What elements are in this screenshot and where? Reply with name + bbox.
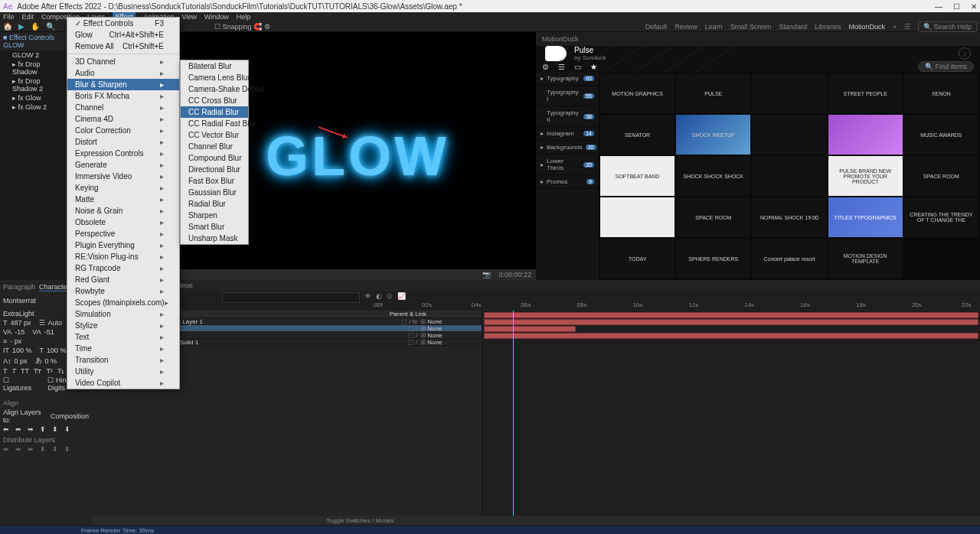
tree-item[interactable]: ▸ fx Glow bbox=[0, 93, 68, 103]
template-thumb[interactable]: XENON bbox=[904, 73, 978, 113]
template-thumb[interactable]: MOTION DESIGN TEMPLATE bbox=[828, 239, 903, 278]
mi-plugin-everything[interactable]: Plugin Everything▸ bbox=[67, 239, 179, 251]
align-target-dropdown[interactable]: Composition bbox=[51, 412, 89, 420]
template-thumb[interactable] bbox=[752, 156, 826, 196]
hand-tool-icon[interactable]: ✋ bbox=[31, 22, 40, 31]
align-top-icon[interactable]: ⬆ bbox=[40, 425, 46, 433]
menu-help[interactable]: Help bbox=[237, 13, 251, 21]
mi-cc-cross[interactable]: CC Cross Blur bbox=[181, 95, 248, 106]
find-items-input[interactable]: 🔍 Find items bbox=[918, 61, 974, 72]
minimize-button[interactable]: — bbox=[935, 2, 942, 11]
mi-channel-blur[interactable]: Channel Blur bbox=[181, 141, 248, 152]
mi-immersive[interactable]: Immersive Video▸ bbox=[67, 171, 179, 182]
mi-camera-lens[interactable]: Camera Lens Blur bbox=[181, 72, 248, 83]
zoom-tool-icon[interactable]: 🔍 bbox=[46, 22, 55, 31]
workspace-panel-icon[interactable]: ☰ bbox=[904, 23, 910, 31]
template-thumb[interactable]: TITLES TYPOGRAPHICS bbox=[828, 197, 903, 237]
subscript-button[interactable]: T₁ bbox=[57, 367, 65, 375]
mi-gaussian[interactable]: Gaussian Blur bbox=[181, 187, 248, 198]
mi-fastbox[interactable]: Fast Box Blur bbox=[181, 175, 248, 187]
track-area[interactable] bbox=[482, 311, 980, 516]
font-style-dropdown[interactable]: ExtraLight bbox=[3, 310, 34, 317]
template-thumb[interactable]: MUSIC AWARDS bbox=[904, 115, 978, 155]
workspace-learn[interactable]: Learn bbox=[705, 23, 723, 31]
home-icon[interactable]: 🏠 bbox=[3, 22, 12, 31]
mi-utility[interactable]: Utility▸ bbox=[67, 366, 179, 377]
template-thumb[interactable]: SPACE ROOM bbox=[676, 197, 750, 237]
menu-view[interactable]: View bbox=[181, 13, 196, 21]
mi-perspective[interactable]: Perspective▸ bbox=[67, 228, 179, 239]
mi-3d-channel[interactable]: 3D Channel▸ bbox=[67, 56, 179, 67]
layer-search-input[interactable] bbox=[222, 292, 360, 303]
mi-camera-shake[interactable]: Camera-Shake Deblur bbox=[181, 83, 248, 95]
snapping-toggle[interactable]: ☐ Snapping 🧲 ⚙ bbox=[214, 23, 270, 31]
motionduck-tab[interactable]: MotionDuck bbox=[536, 32, 980, 46]
workspace-motionduck[interactable]: MotionDuck bbox=[848, 23, 885, 31]
template-thumb[interactable]: CREATING THE TRENDY OF T CHANGE THE bbox=[904, 197, 978, 237]
mi-blur-sharpen[interactable]: Blur & Sharpen▸ bbox=[67, 79, 179, 90]
align-bottom-icon[interactable]: ⬇ bbox=[64, 425, 70, 433]
workspace-default[interactable]: Default bbox=[645, 23, 668, 31]
italic-button[interactable]: T bbox=[12, 367, 17, 375]
tree-item[interactable]: GLOW 2 bbox=[0, 50, 68, 60]
baseline-input[interactable]: 0 px bbox=[15, 357, 28, 365]
tree-item[interactable]: ▸ fx Drop Shadow bbox=[0, 60, 68, 77]
template-thumb[interactable]: SHOCK SHOCK SHOCK bbox=[676, 156, 750, 196]
layer-bar[interactable] bbox=[484, 326, 576, 332]
mi-cc-radial-fast[interactable]: CC Radial Fast Blur bbox=[181, 118, 248, 129]
mi-noise-grain[interactable]: Noise & Grain▸ bbox=[67, 205, 179, 217]
mi-simulation[interactable]: Simulation▸ bbox=[67, 308, 179, 320]
mi-stylize[interactable]: Stylize▸ bbox=[67, 320, 179, 331]
template-thumb[interactable]: SHOCK MEETUP bbox=[676, 115, 750, 155]
camera-icon[interactable]: 📷 bbox=[482, 271, 491, 278]
smallcaps-button[interactable]: Tᴛ bbox=[34, 367, 42, 375]
workspace-review[interactable]: Review bbox=[675, 23, 697, 31]
close-button[interactable]: ✕ bbox=[971, 2, 977, 11]
mi-channel[interactable]: Channel▸ bbox=[67, 102, 179, 113]
mi-radial[interactable]: Radial Blur bbox=[181, 198, 248, 210]
mi-distort[interactable]: Distort▸ bbox=[67, 136, 179, 148]
bold-button[interactable]: T bbox=[3, 367, 8, 375]
mi-text[interactable]: Text▸ bbox=[67, 331, 179, 343]
kerning-input[interactable]: -15 bbox=[15, 328, 24, 336]
download-icon[interactable]: ↓ bbox=[959, 47, 971, 60]
mi-matte[interactable]: Matte▸ bbox=[67, 194, 179, 205]
template-thumb[interactable]: PULSE bbox=[676, 73, 750, 113]
template-thumb[interactable]: STREET PEOPLE bbox=[828, 73, 903, 113]
template-thumb[interactable]: SPHERE RENDERS bbox=[676, 239, 750, 278]
template-thumb[interactable] bbox=[828, 115, 903, 155]
template-thumb[interactable]: SENATOR bbox=[600, 115, 675, 155]
mi-directional[interactable]: Directional Blur bbox=[181, 164, 248, 175]
mi-transition[interactable]: Transition▸ bbox=[67, 354, 179, 366]
vscale-input[interactable]: 100 % bbox=[12, 347, 32, 354]
motion-blur-icon[interactable]: ⊙ bbox=[387, 292, 393, 300]
character-tab[interactable]: Character bbox=[39, 283, 70, 291]
cat-promos[interactable]: ▸ Promos9 bbox=[536, 175, 599, 189]
mi-obsolete[interactable]: Obsolete▸ bbox=[67, 217, 179, 228]
frame-blend-icon[interactable]: ◐ bbox=[376, 292, 382, 300]
graph-icon[interactable]: 📈 bbox=[397, 292, 406, 300]
toggle-switches-button[interactable]: Toggle Switches / Modes bbox=[326, 517, 394, 524]
mi-remove-all[interactable]: Remove AllCtrl+Shift+E bbox=[67, 41, 179, 52]
hscale-input[interactable]: 100 % bbox=[47, 347, 67, 354]
mi-sharpen[interactable]: Sharpen bbox=[181, 210, 248, 221]
template-thumb[interactable] bbox=[600, 197, 675, 237]
mi-keying[interactable]: Keying▸ bbox=[67, 182, 179, 194]
search-help-input[interactable]: 🔍 Search Help bbox=[918, 21, 977, 32]
template-thumb[interactable]: Concert palace resort bbox=[752, 239, 826, 278]
mi-video-copilot[interactable]: Video Copilot▸ bbox=[67, 377, 179, 389]
maximize-button[interactable]: ☐ bbox=[953, 2, 960, 11]
mi-unsharp[interactable]: Unsharp Mask bbox=[181, 233, 248, 244]
template-thumb[interactable]: SPACE ROOM bbox=[904, 156, 978, 196]
mi-redgiant[interactable]: Red Giant▸ bbox=[67, 274, 179, 285]
ligatures-checkbox[interactable]: ☐ Ligatures bbox=[3, 376, 38, 392]
mi-scopes[interactable]: Scopes (tlmainpixels.com)▸ bbox=[67, 297, 179, 308]
template-thumb[interactable]: NORMAL SHOCK 19:00 bbox=[752, 197, 826, 237]
align-hcenter-icon[interactable]: ⬌ bbox=[15, 425, 21, 433]
mi-last-effect[interactable]: GlowCtrl+Alt+Shift+E bbox=[67, 29, 179, 41]
align-vcenter-icon[interactable]: ⬍ bbox=[52, 425, 58, 433]
paragraph-tab[interactable]: Paragraph bbox=[3, 283, 35, 291]
mi-effect-controls[interactable]: ✓ Effect ControlsF3 bbox=[67, 18, 179, 29]
template-thumb[interactable]: SOFTBEAT BAND bbox=[600, 156, 675, 196]
font-family-dropdown[interactable]: Montserrat bbox=[3, 297, 36, 304]
